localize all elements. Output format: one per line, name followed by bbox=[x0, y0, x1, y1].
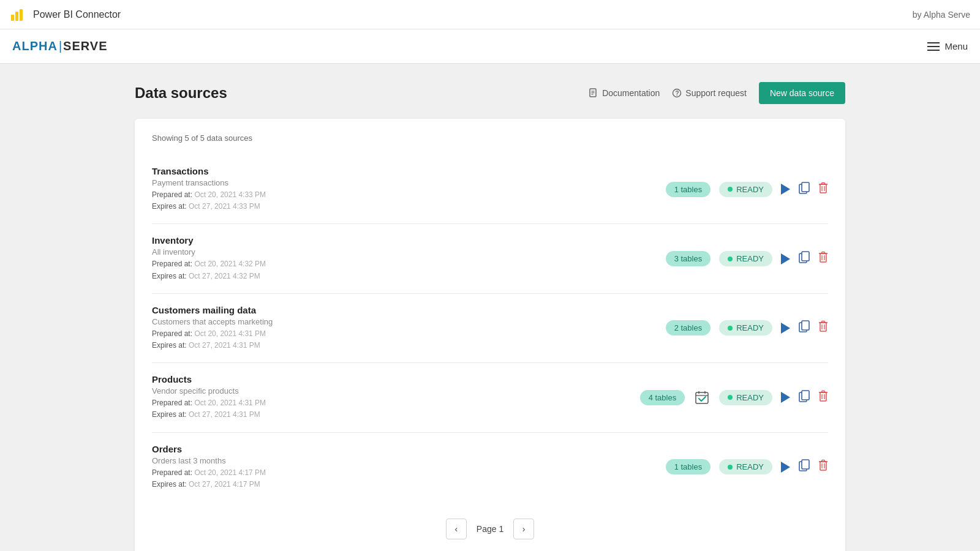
ready-dot bbox=[728, 257, 733, 261]
datasource-controls: 1 tables READY bbox=[666, 182, 828, 197]
copy-button[interactable] bbox=[799, 182, 810, 197]
showing-text: Showing 5 of 5 data sources bbox=[152, 133, 828, 143]
ready-badge: READY bbox=[719, 390, 772, 405]
documentation-label: Documentation bbox=[602, 88, 660, 98]
datasource-controls: 2 tables READY bbox=[666, 320, 828, 335]
main-content: Data sources Documentation ? Support req… bbox=[123, 64, 858, 551]
datasource-info: Inventory All inventory Prepared at: Oct… bbox=[152, 235, 666, 282]
svg-rect-43 bbox=[820, 392, 826, 401]
data-sources-card: Showing 5 of 5 data sources Transactions… bbox=[135, 119, 845, 551]
ready-label: READY bbox=[736, 393, 764, 402]
svg-rect-28 bbox=[802, 321, 809, 330]
logo-alpha-text: ALPHA bbox=[12, 39, 58, 53]
datasource-desc: Payment transactions bbox=[152, 178, 666, 187]
next-icon: › bbox=[522, 524, 526, 534]
datasource-meta: Prepared at: Oct 20, 2021 4:31 PM Expire… bbox=[152, 328, 666, 351]
page-title: Data sources bbox=[135, 84, 227, 102]
delete-button[interactable] bbox=[818, 320, 828, 335]
doc-icon bbox=[589, 88, 598, 98]
logo-serve-text: SERVE bbox=[63, 39, 107, 53]
play-button[interactable] bbox=[781, 392, 790, 403]
datasource-desc: Orders last 3 months bbox=[152, 456, 666, 465]
datasource-desc: All inventory bbox=[152, 247, 666, 257]
delete-button[interactable] bbox=[818, 459, 828, 474]
datasource-meta: Prepared at: Oct 20, 2021 4:17 PM Expire… bbox=[152, 467, 666, 490]
ready-dot bbox=[728, 326, 733, 331]
ready-label: READY bbox=[736, 323, 764, 332]
menu-label: Menu bbox=[944, 41, 968, 51]
menu-button[interactable]: Menu bbox=[927, 41, 968, 51]
svg-rect-12 bbox=[820, 184, 826, 193]
hamburger-icon bbox=[927, 42, 940, 51]
svg-rect-52 bbox=[820, 462, 826, 470]
svg-line-46 bbox=[821, 391, 822, 392]
datasource-name: Products bbox=[152, 374, 640, 384]
top-bar: Power BI Connector by Alpha Serve bbox=[0, 0, 980, 29]
new-datasource-button[interactable]: New data source bbox=[759, 82, 845, 104]
datasource-name: Inventory bbox=[152, 235, 666, 246]
datasource-name: Transactions bbox=[152, 166, 666, 176]
support-label: Support request bbox=[685, 88, 747, 98]
support-request-link[interactable]: ? Support request bbox=[672, 88, 747, 98]
top-bar-left: Power BI Connector bbox=[10, 6, 121, 23]
tables-badge: 1 tables bbox=[666, 459, 711, 474]
svg-rect-2 bbox=[20, 9, 23, 21]
datasource-name: Orders bbox=[152, 444, 666, 454]
copy-button[interactable] bbox=[799, 390, 810, 405]
datasource-controls: 1 tables READY bbox=[666, 459, 828, 474]
svg-line-55 bbox=[821, 460, 822, 462]
delete-button[interactable] bbox=[818, 251, 828, 266]
svg-rect-36 bbox=[696, 392, 708, 403]
ready-dot bbox=[728, 187, 733, 192]
play-button[interactable] bbox=[781, 462, 790, 473]
documentation-link[interactable]: Documentation bbox=[589, 88, 660, 98]
datasource-list: Transactions Payment transactions Prepar… bbox=[152, 155, 828, 501]
datasource-meta: Prepared at: Oct 20, 2021 4:33 PM Expire… bbox=[152, 189, 666, 212]
support-icon: ? bbox=[672, 88, 682, 98]
svg-text:?: ? bbox=[676, 90, 679, 97]
svg-rect-21 bbox=[820, 253, 826, 262]
tables-badge: 3 tables bbox=[666, 251, 711, 266]
datasource-controls: 3 tables READY bbox=[666, 251, 828, 266]
play-button[interactable] bbox=[781, 323, 790, 334]
ready-badge: READY bbox=[719, 459, 772, 474]
datasource-info: Products Vendor specific products Prepar… bbox=[152, 374, 640, 421]
page-label: Page 1 bbox=[472, 524, 508, 534]
svg-rect-10 bbox=[802, 182, 809, 192]
datasource-info: Transactions Payment transactions Prepar… bbox=[152, 166, 666, 212]
ready-badge: READY bbox=[719, 251, 772, 266]
powerbi-icon bbox=[10, 6, 27, 23]
alpha-serve-logo: ALPHA | SERVE bbox=[12, 39, 108, 53]
ready-label: READY bbox=[736, 185, 764, 194]
datasource-meta: Prepared at: Oct 20, 2021 4:31 PM Expire… bbox=[152, 397, 640, 421]
datasource-info: Customers mailing data Customers that ac… bbox=[152, 305, 666, 351]
datasource-item: Products Vendor specific products Prepar… bbox=[152, 363, 828, 432]
copy-button[interactable] bbox=[799, 459, 810, 474]
datasource-item: Customers mailing data Customers that ac… bbox=[152, 294, 828, 363]
svg-rect-30 bbox=[820, 323, 826, 331]
play-button[interactable] bbox=[781, 253, 790, 264]
delete-button[interactable] bbox=[818, 182, 828, 197]
svg-line-33 bbox=[821, 321, 822, 323]
svg-line-56 bbox=[824, 460, 825, 462]
ready-label: READY bbox=[736, 462, 764, 471]
datasource-controls: 4 tables READY bbox=[640, 389, 828, 406]
delete-button[interactable] bbox=[818, 390, 828, 405]
ready-badge: READY bbox=[719, 320, 772, 335]
ready-dot bbox=[728, 395, 733, 400]
datasource-desc: Vendor specific products bbox=[152, 386, 640, 395]
play-button[interactable] bbox=[781, 184, 790, 195]
datasource-item: Transactions Payment transactions Prepar… bbox=[152, 155, 828, 224]
by-alpha-serve: by Alpha Serve bbox=[913, 10, 970, 20]
svg-rect-0 bbox=[11, 15, 14, 21]
copy-button[interactable] bbox=[799, 320, 810, 335]
datasource-item: Inventory All inventory Prepared at: Oct… bbox=[152, 224, 828, 293]
svg-line-16 bbox=[824, 182, 825, 184]
prev-page-button[interactable]: ‹ bbox=[446, 519, 467, 539]
svg-line-24 bbox=[821, 252, 822, 254]
page-actions: Documentation ? Support request New data… bbox=[589, 82, 845, 104]
copy-button[interactable] bbox=[799, 251, 810, 266]
svg-line-34 bbox=[824, 321, 825, 323]
next-page-button[interactable]: › bbox=[513, 519, 534, 539]
logo-divider: | bbox=[59, 39, 62, 53]
